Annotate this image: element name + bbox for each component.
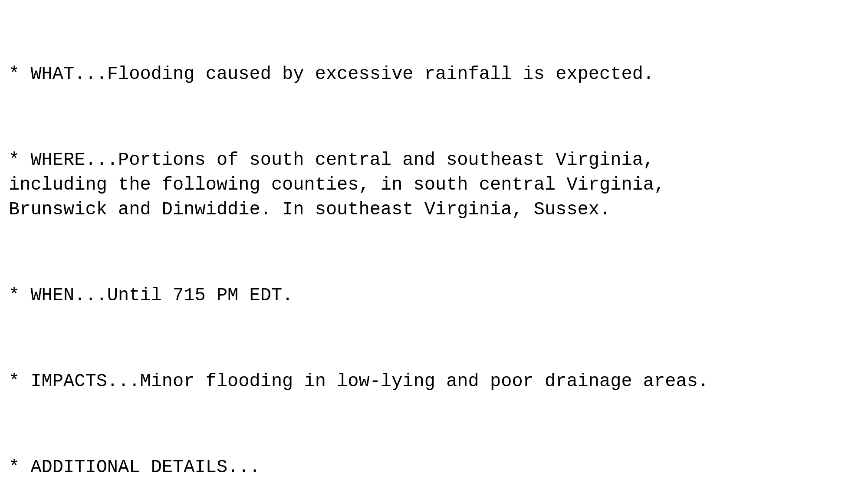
weather-alert-content: * WHAT...Flooding caused by excessive ra… xyxy=(9,13,859,486)
additional-header: * ADDITIONAL DETAILS... xyxy=(9,455,859,480)
where-section: * WHERE...Portions of south central and … xyxy=(9,148,859,222)
impacts-section: * IMPACTS...Minor flooding in low-lying … xyxy=(9,369,859,394)
when-section: * WHEN...Until 715 PM EDT. xyxy=(9,283,859,308)
what-section: * WHAT...Flooding caused by excessive ra… xyxy=(9,62,859,87)
